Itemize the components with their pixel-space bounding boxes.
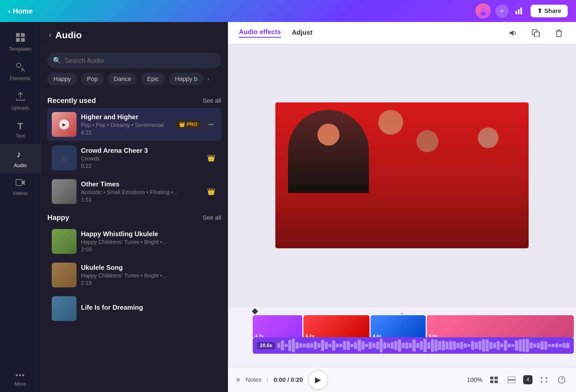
track-more-button[interactable]: ••• — [206, 119, 217, 130]
track-duration: 1:51 — [81, 197, 201, 203]
videos-label: Videos — [13, 190, 28, 196]
audio-waveform[interactable]: 20.6s — [253, 337, 574, 354]
music-note-icon: ♫ — [61, 153, 67, 163]
clip-duration: 6.2s — [306, 334, 314, 337]
svg-rect-2 — [515, 11, 517, 14]
search-bar[interactable]: 🔍 — [47, 53, 221, 68]
tag-happy[interactable]: Happy — [47, 73, 77, 85]
audio-label: Audio — [14, 163, 26, 168]
sidebar-item-templates[interactable]: Templates — [0, 28, 40, 57]
zoom-level: 100% — [467, 376, 482, 383]
right-toolbar: Audio effects Adjust — [228, 22, 576, 44]
video-clip[interactable]: 4.7s — [253, 315, 302, 337]
audio-panel-title: Audio — [55, 30, 82, 40]
uploads-label: Uploads — [11, 105, 29, 111]
search-icon: 🔍 — [53, 57, 61, 64]
help-icon[interactable]: ? — [556, 374, 568, 386]
share-icon: ⬆ — [537, 7, 542, 15]
sidebar-item-more[interactable]: ••• More — [0, 366, 40, 392]
tag-pop[interactable]: Pop — [81, 73, 104, 85]
tags-row: Happy Pop Dance Epic Happy b › — [41, 73, 228, 91]
sidebar-item-videos[interactable]: Videos — [0, 173, 40, 201]
happy-see-all[interactable]: See all — [203, 214, 221, 221]
svg-rect-6 — [21, 33, 25, 37]
track-thumbnail — [52, 263, 77, 287]
avatar[interactable] — [476, 3, 491, 19]
grid-view-icon[interactable] — [488, 374, 500, 386]
track-info: Life Is for Dreaming — [81, 304, 217, 314]
sidebar-item-text[interactable]: T Text — [0, 116, 40, 144]
elements-icon — [15, 62, 25, 74]
track-name: Ukulele Song — [81, 264, 217, 271]
track-info: Ukulele Song Happy Childrens' Tunes • Br… — [81, 264, 217, 286]
track-item[interactable]: Ukulele Song Happy Childrens' Tunes • Br… — [47, 259, 221, 291]
track-info: Happy Whistling Ukulele Happy Childrens'… — [81, 230, 217, 253]
sidebar-item-elements[interactable]: Elements — [0, 57, 40, 86]
svg-point-0 — [481, 8, 485, 12]
share-button[interactable]: ⬆ Share — [531, 5, 568, 17]
svg-rect-7 — [16, 38, 20, 42]
play-overlay-icon[interactable]: ▶ — [59, 119, 69, 129]
svg-rect-11 — [16, 179, 22, 186]
audio-panel: ‹ Audio 🔍 Happy Pop Dance Epic Happy b ›… — [41, 22, 228, 392]
time-separator: / — [287, 376, 291, 383]
tag-epic[interactable]: Epic — [141, 73, 165, 85]
time-current: 0:00 — [274, 376, 286, 383]
tag-happy-b[interactable]: Happy b — [169, 73, 203, 85]
home-button[interactable]: ‹ Home — [8, 7, 33, 15]
track-item[interactable]: Other Times Acoustic • Small Emotions • … — [47, 175, 221, 208]
main-layout: Templates Elements Uploads T Text ♪ Audi… — [0, 22, 576, 392]
track-tags: Pop • Pop • Dreamy • Sentimental — [81, 122, 171, 128]
track-info: Crowd Arena Cheer 3 Crowds 0:22 — [81, 147, 201, 169]
svg-rect-19 — [508, 377, 515, 379]
track-item[interactable]: Happy Whistling Ukulele Happy Childrens'… — [47, 225, 221, 258]
videos-icon — [15, 178, 25, 189]
search-input[interactable] — [64, 57, 216, 64]
audio-track-duration: 20.6s — [257, 342, 275, 349]
tab-audio-effects[interactable]: Audio effects — [239, 28, 281, 38]
audio-back-button[interactable]: ‹ — [49, 31, 51, 39]
time-total: 0:20 — [291, 376, 303, 383]
video-clip[interactable]: 6.2s — [303, 315, 369, 337]
tab-adjust[interactable]: Adjust — [292, 29, 313, 37]
track-item[interactable]: ▶ Higher and Higher Pop • Pop • Dreamy •… — [47, 108, 221, 141]
tag-dance[interactable]: Dance — [108, 73, 137, 85]
layout-icon[interactable] — [506, 374, 518, 386]
play-button[interactable]: ▶ — [308, 370, 328, 390]
track-thumbnail — [52, 179, 77, 204]
timeline-expand-button[interactable]: ⌄ — [400, 309, 404, 316]
track-item[interactable]: ♫ Crowd Arena Cheer 3 Crowds 0:22 👑 — [47, 142, 221, 174]
recently-used-see-all[interactable]: See all — [203, 97, 221, 104]
track-item[interactable]: Life Is for Dreaming — [47, 292, 221, 325]
track-info: Other Times Acoustic • Small Emotions • … — [81, 180, 201, 203]
sidebar: Templates Elements Uploads T Text ♪ Audi… — [0, 22, 41, 392]
uploads-icon — [15, 91, 25, 104]
track-thumbnail: ▶ — [52, 112, 77, 137]
tags-next-arrow[interactable]: › — [207, 75, 209, 83]
sidebar-item-audio[interactable]: ♪ Audio — [0, 144, 40, 173]
delete-icon[interactable] — [553, 27, 565, 39]
video-clip[interactable]: 4.6s — [371, 315, 426, 337]
track-info: Higher and Higher Pop • Pop • Dreamy • S… — [81, 113, 171, 136]
track-duration: 0:22 — [81, 163, 201, 169]
track-name: Happy Whistling Ukulele — [81, 230, 217, 238]
sidebar-item-uploads[interactable]: Uploads — [0, 86, 40, 116]
volume-icon[interactable] — [507, 27, 519, 39]
notes-icon[interactable]: ≡ — [236, 376, 240, 384]
more-label: More — [15, 381, 26, 387]
notes-label[interactable]: Notes — [246, 376, 261, 383]
svg-rect-20 — [508, 380, 515, 383]
timeline-indicator — [253, 309, 257, 314]
pro-label: PRO — [187, 122, 197, 127]
recently-used-section-header: Recently used See all — [47, 96, 221, 105]
analytics-icon[interactable] — [513, 4, 526, 18]
fullscreen-icon[interactable] — [538, 374, 550, 386]
right-panel: Audio effects Adjust — [228, 22, 576, 392]
app-header: ‹ Home + ⬆ Share — [0, 0, 576, 22]
add-button[interactable]: + — [495, 4, 509, 18]
time-divider: | — [267, 377, 268, 382]
video-clip[interactable]: 5.0s — [427, 315, 574, 337]
track-thumbnail — [52, 296, 77, 321]
duplicate-icon[interactable] — [530, 27, 542, 39]
crown-icon: 👑 — [179, 121, 185, 127]
